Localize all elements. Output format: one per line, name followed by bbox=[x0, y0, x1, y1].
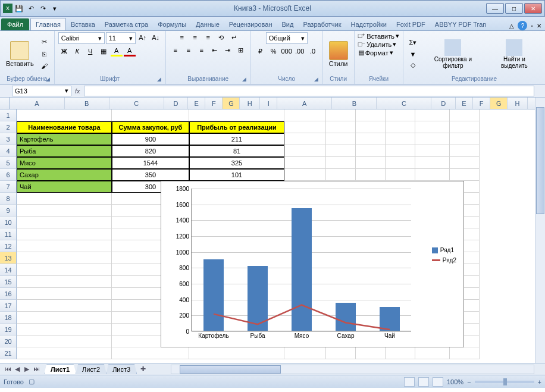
cell[interactable] bbox=[356, 133, 386, 145]
bold-icon[interactable]: Ж bbox=[58, 46, 70, 57]
embedded-chart[interactable]: 020040060080010001200140016001800Картофе… bbox=[161, 181, 464, 347]
cell[interactable] bbox=[450, 347, 480, 359]
col-header-B[interactable]: B bbox=[65, 98, 109, 109]
row-header-17[interactable]: 17 bbox=[0, 300, 17, 312]
cell[interactable] bbox=[17, 300, 112, 312]
cell[interactable] bbox=[326, 133, 356, 145]
col-header-H[interactable]: H bbox=[240, 98, 260, 109]
row-header-20[interactable]: 20 bbox=[0, 335, 17, 347]
col-header-F[interactable]: F bbox=[205, 98, 223, 109]
delete-cells-button[interactable]: □⁻Удалить▾ bbox=[358, 40, 397, 48]
cell[interactable] bbox=[326, 145, 356, 157]
close-button[interactable]: ✕ bbox=[524, 3, 542, 14]
horizontal-scrollbar[interactable] bbox=[171, 365, 534, 374]
redo-icon[interactable]: ↷ bbox=[37, 3, 48, 14]
worksheet-grid[interactable]: ABCDEFGHI ABCDEFGHI 12345678910111213141… bbox=[0, 98, 545, 363]
name-box[interactable]: G13▾ bbox=[12, 86, 71, 96]
cell[interactable] bbox=[415, 145, 450, 157]
row-header-2[interactable]: 2 bbox=[0, 121, 17, 133]
scrollbar-thumb[interactable] bbox=[536, 107, 544, 214]
percent-icon[interactable]: % bbox=[268, 46, 280, 57]
col-header-E[interactable]: E bbox=[188, 98, 205, 109]
cell[interactable] bbox=[386, 109, 415, 121]
row-header-3[interactable]: 3 bbox=[0, 133, 17, 145]
vertical-scrollbar[interactable] bbox=[535, 98, 545, 363]
cell[interactable] bbox=[386, 145, 415, 157]
table-cell-sum[interactable]: 1544 bbox=[112, 157, 189, 169]
table-cell-sum[interactable]: 820 bbox=[112, 145, 189, 157]
sort-filter-button[interactable]: Сортировка и фильтр bbox=[421, 38, 485, 70]
tab-review[interactable]: Рецензирован bbox=[224, 18, 277, 30]
table-cell-profit[interactable]: 101 bbox=[189, 169, 284, 181]
maximize-button[interactable]: □ bbox=[505, 3, 523, 14]
restore-workbook-icon[interactable]: ▫ bbox=[531, 23, 533, 29]
cell[interactable] bbox=[386, 157, 415, 169]
cell[interactable] bbox=[415, 347, 450, 359]
table-cell-name[interactable]: Картофель bbox=[17, 133, 112, 145]
cell[interactable] bbox=[17, 205, 112, 217]
table-cell-sum[interactable]: 350 bbox=[112, 169, 189, 181]
cell[interactable] bbox=[17, 324, 112, 335]
formula-input[interactable] bbox=[84, 86, 534, 96]
cell[interactable] bbox=[17, 312, 112, 324]
minimize-ribbon-icon[interactable]: △ bbox=[509, 23, 514, 29]
new-sheet-icon[interactable]: ✚ bbox=[139, 365, 147, 373]
sheet-tab-1[interactable]: Лист1 bbox=[44, 364, 76, 374]
row-header-18[interactable]: 18 bbox=[0, 312, 17, 324]
cell[interactable] bbox=[112, 347, 189, 359]
col-header-B[interactable]: B bbox=[332, 98, 377, 109]
cell[interactable] bbox=[326, 109, 356, 121]
cell[interactable] bbox=[386, 169, 415, 181]
cell[interactable] bbox=[284, 157, 326, 169]
cell[interactable] bbox=[17, 276, 112, 288]
cell[interactable] bbox=[284, 347, 326, 359]
number-format-combo[interactable]: Общий▾ bbox=[266, 32, 308, 44]
zoom-level[interactable]: 100% bbox=[447, 378, 463, 385]
decrease-indent-icon[interactable]: ⇤ bbox=[209, 45, 221, 55]
save-icon[interactable]: 💾 bbox=[14, 3, 24, 14]
col-header-F[interactable]: F bbox=[473, 98, 490, 109]
table-cell-profit[interactable]: 211 bbox=[189, 133, 284, 145]
cell[interactable] bbox=[356, 347, 386, 359]
align-middle-icon[interactable]: ≡ bbox=[189, 32, 201, 43]
select-all-corner[interactable] bbox=[0, 98, 10, 109]
normal-view-icon[interactable] bbox=[404, 377, 415, 387]
tab-home[interactable]: Главная bbox=[30, 18, 66, 30]
col-header-A[interactable]: A bbox=[277, 98, 332, 109]
help-icon[interactable]: ? bbox=[518, 21, 527, 30]
tab-developer[interactable]: Разработчик bbox=[298, 18, 346, 30]
sheet-tab-2[interactable]: Лист2 bbox=[76, 364, 107, 374]
align-left-icon[interactable]: ≡ bbox=[170, 45, 181, 55]
cell[interactable] bbox=[17, 288, 112, 300]
tab-page-layout[interactable]: Разметка стра bbox=[100, 18, 153, 30]
row-header-16[interactable]: 16 bbox=[0, 288, 17, 300]
table-header[interactable]: Сумма закупок, руб bbox=[112, 121, 189, 133]
last-sheet-icon[interactable]: ⏭ bbox=[32, 365, 40, 373]
cell[interactable] bbox=[189, 347, 284, 359]
cell[interactable] bbox=[450, 157, 480, 169]
align-top-icon[interactable]: ≡ bbox=[176, 32, 188, 43]
col-header-C[interactable]: C bbox=[109, 98, 164, 109]
cell[interactable] bbox=[284, 121, 326, 133]
decrease-decimal-icon[interactable]: .0 bbox=[307, 46, 319, 57]
cell[interactable] bbox=[450, 121, 480, 133]
cell[interactable] bbox=[326, 157, 356, 169]
tab-foxit[interactable]: Foxit PDF bbox=[391, 18, 430, 30]
font-size-combo[interactable]: 11▾ bbox=[106, 32, 136, 44]
cell[interactable] bbox=[17, 252, 112, 264]
table-cell-name[interactable]: Рыба bbox=[17, 145, 112, 157]
border-icon[interactable]: ▦ bbox=[98, 46, 109, 57]
merge-icon[interactable]: ⊞ bbox=[235, 45, 247, 55]
row-header-1[interactable]: 1 bbox=[0, 109, 17, 121]
row-header-7[interactable]: 7 bbox=[0, 181, 17, 193]
first-sheet-icon[interactable]: ⏮ bbox=[4, 365, 12, 373]
row-header-8[interactable]: 8 bbox=[0, 193, 17, 205]
cell[interactable] bbox=[415, 121, 450, 133]
font-color-icon[interactable]: A bbox=[124, 46, 136, 57]
format-painter-icon[interactable]: 🖌 bbox=[39, 61, 51, 71]
col-header-E[interactable]: E bbox=[456, 98, 473, 109]
zoom-out-icon[interactable]: − bbox=[467, 378, 471, 385]
underline-icon[interactable]: Ч bbox=[84, 46, 96, 57]
macro-record-icon[interactable]: ▢ bbox=[29, 378, 35, 385]
cell[interactable] bbox=[326, 169, 356, 181]
